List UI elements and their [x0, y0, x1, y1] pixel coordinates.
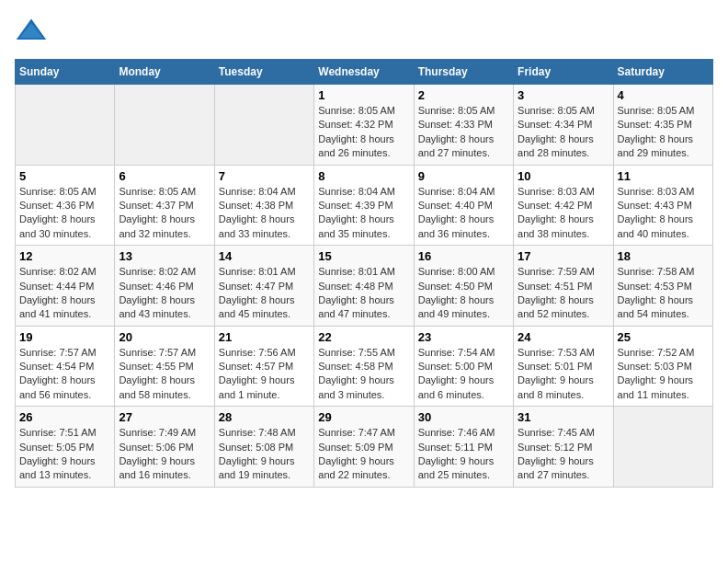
day-info: Sunrise: 8:03 AM Sunset: 4:42 PM Dayligh…	[518, 185, 609, 242]
weekday-row: SundayMondayTuesdayWednesdayThursdayFrid…	[16, 60, 713, 85]
day-number: 16	[418, 249, 509, 263]
calendar-cell	[16, 85, 115, 166]
day-info: Sunrise: 7:51 AM Sunset: 5:05 PM Dayligh…	[19, 426, 110, 483]
weekday-header-thursday: Thursday	[414, 60, 513, 85]
day-number: 6	[119, 169, 210, 183]
day-number: 29	[318, 410, 409, 424]
day-info: Sunrise: 7:52 AM Sunset: 5:03 PM Dayligh…	[618, 346, 709, 403]
calendar-cell: 9Sunrise: 8:04 AM Sunset: 4:40 PM Daylig…	[414, 165, 513, 246]
calendar-cell: 8Sunrise: 8:04 AM Sunset: 4:39 PM Daylig…	[314, 165, 414, 246]
calendar-cell: 4Sunrise: 8:05 AM Sunset: 4:35 PM Daylig…	[613, 85, 712, 166]
day-number: 30	[418, 410, 509, 424]
day-number: 20	[119, 330, 210, 344]
day-info: Sunrise: 7:46 AM Sunset: 5:11 PM Dayligh…	[418, 426, 509, 483]
day-info: Sunrise: 7:53 AM Sunset: 5:01 PM Dayligh…	[518, 346, 609, 403]
day-number: 22	[318, 330, 409, 344]
calendar-cell: 31Sunrise: 7:45 AM Sunset: 5:12 PM Dayli…	[514, 407, 613, 488]
day-info: Sunrise: 8:01 AM Sunset: 4:47 PM Dayligh…	[219, 265, 310, 322]
day-number: 15	[318, 249, 409, 263]
day-info: Sunrise: 7:59 AM Sunset: 4:51 PM Dayligh…	[518, 265, 609, 322]
calendar-cell: 3Sunrise: 8:05 AM Sunset: 4:34 PM Daylig…	[514, 85, 613, 166]
calendar-cell: 12Sunrise: 8:02 AM Sunset: 4:44 PM Dayli…	[16, 246, 115, 327]
day-info: Sunrise: 7:45 AM Sunset: 5:12 PM Dayligh…	[518, 426, 609, 483]
day-info: Sunrise: 8:05 AM Sunset: 4:35 PM Dayligh…	[618, 104, 709, 161]
day-info: Sunrise: 7:58 AM Sunset: 4:53 PM Dayligh…	[618, 265, 709, 322]
calendar-cell: 24Sunrise: 7:53 AM Sunset: 5:01 PM Dayli…	[514, 326, 613, 407]
calendar-cell: 26Sunrise: 7:51 AM Sunset: 5:05 PM Dayli…	[16, 407, 115, 488]
day-number: 14	[219, 249, 310, 263]
calendar-week-2: 5Sunrise: 8:05 AM Sunset: 4:36 PM Daylig…	[16, 165, 713, 246]
day-info: Sunrise: 8:02 AM Sunset: 4:44 PM Dayligh…	[19, 265, 110, 322]
day-number: 8	[318, 169, 409, 183]
calendar-cell: 5Sunrise: 8:05 AM Sunset: 4:36 PM Daylig…	[16, 165, 115, 246]
page-header	[15, 15, 713, 48]
day-info: Sunrise: 7:54 AM Sunset: 5:00 PM Dayligh…	[418, 346, 509, 403]
calendar-cell: 20Sunrise: 7:57 AM Sunset: 4:55 PM Dayli…	[115, 326, 214, 407]
weekday-header-wednesday: Wednesday	[314, 60, 414, 85]
day-info: Sunrise: 7:55 AM Sunset: 4:58 PM Dayligh…	[318, 346, 409, 403]
calendar-header: SundayMondayTuesdayWednesdayThursdayFrid…	[16, 60, 713, 85]
day-info: Sunrise: 8:00 AM Sunset: 4:50 PM Dayligh…	[418, 265, 509, 322]
day-info: Sunrise: 7:57 AM Sunset: 4:55 PM Dayligh…	[119, 346, 210, 403]
day-info: Sunrise: 8:05 AM Sunset: 4:37 PM Dayligh…	[119, 185, 210, 242]
day-info: Sunrise: 7:49 AM Sunset: 5:06 PM Dayligh…	[119, 426, 210, 483]
calendar-cell: 21Sunrise: 7:56 AM Sunset: 4:57 PM Dayli…	[214, 326, 313, 407]
day-info: Sunrise: 8:05 AM Sunset: 4:34 PM Dayligh…	[518, 104, 609, 161]
day-number: 23	[418, 330, 509, 344]
calendar-body: 1Sunrise: 8:05 AM Sunset: 4:32 PM Daylig…	[16, 85, 713, 488]
day-info: Sunrise: 7:48 AM Sunset: 5:08 PM Dayligh…	[219, 426, 310, 483]
weekday-header-saturday: Saturday	[613, 60, 712, 85]
day-number: 5	[19, 169, 110, 183]
calendar-cell: 30Sunrise: 7:46 AM Sunset: 5:11 PM Dayli…	[414, 407, 513, 488]
calendar-cell: 15Sunrise: 8:01 AM Sunset: 4:48 PM Dayli…	[314, 246, 414, 327]
calendar-cell: 25Sunrise: 7:52 AM Sunset: 5:03 PM Dayli…	[613, 326, 712, 407]
day-info: Sunrise: 7:47 AM Sunset: 5:09 PM Dayligh…	[318, 426, 409, 483]
weekday-header-friday: Friday	[514, 60, 613, 85]
calendar-cell: 17Sunrise: 7:59 AM Sunset: 4:51 PM Dayli…	[514, 246, 613, 327]
day-number: 2	[418, 88, 509, 102]
day-info: Sunrise: 8:04 AM Sunset: 4:38 PM Dayligh…	[219, 185, 310, 242]
day-info: Sunrise: 8:05 AM Sunset: 4:32 PM Dayligh…	[318, 104, 409, 161]
day-number: 17	[518, 249, 609, 263]
calendar-cell: 6Sunrise: 8:05 AM Sunset: 4:37 PM Daylig…	[115, 165, 214, 246]
day-info: Sunrise: 8:03 AM Sunset: 4:43 PM Dayligh…	[618, 185, 709, 242]
calendar-week-1: 1Sunrise: 8:05 AM Sunset: 4:32 PM Daylig…	[16, 85, 713, 166]
calendar-week-5: 26Sunrise: 7:51 AM Sunset: 5:05 PM Dayli…	[16, 407, 713, 488]
calendar-cell: 23Sunrise: 7:54 AM Sunset: 5:00 PM Dayli…	[414, 326, 513, 407]
day-number: 18	[618, 249, 709, 263]
day-info: Sunrise: 8:01 AM Sunset: 4:48 PM Dayligh…	[318, 265, 409, 322]
day-number: 24	[518, 330, 609, 344]
calendar-table: SundayMondayTuesdayWednesdayThursdayFrid…	[15, 59, 713, 488]
calendar-cell: 19Sunrise: 7:57 AM Sunset: 4:54 PM Dayli…	[16, 326, 115, 407]
calendar-cell: 2Sunrise: 8:05 AM Sunset: 4:33 PM Daylig…	[414, 85, 513, 166]
calendar-cell: 27Sunrise: 7:49 AM Sunset: 5:06 PM Dayli…	[115, 407, 214, 488]
calendar-week-4: 19Sunrise: 7:57 AM Sunset: 4:54 PM Dayli…	[16, 326, 713, 407]
calendar-cell	[214, 85, 313, 166]
day-number: 26	[19, 410, 110, 424]
calendar-cell: 22Sunrise: 7:55 AM Sunset: 4:58 PM Dayli…	[314, 326, 414, 407]
calendar-week-3: 12Sunrise: 8:02 AM Sunset: 4:44 PM Dayli…	[16, 246, 713, 327]
day-number: 11	[618, 169, 709, 183]
day-number: 27	[119, 410, 210, 424]
day-info: Sunrise: 8:02 AM Sunset: 4:46 PM Dayligh…	[119, 265, 210, 322]
day-number: 3	[518, 88, 609, 102]
calendar-cell	[613, 407, 712, 488]
day-number: 19	[19, 330, 110, 344]
day-info: Sunrise: 8:04 AM Sunset: 4:39 PM Dayligh…	[318, 185, 409, 242]
weekday-header-tuesday: Tuesday	[214, 60, 313, 85]
day-number: 31	[518, 410, 609, 424]
day-number: 21	[219, 330, 310, 344]
calendar-cell	[115, 85, 214, 166]
day-info: Sunrise: 8:04 AM Sunset: 4:40 PM Dayligh…	[418, 185, 509, 242]
weekday-header-monday: Monday	[115, 60, 214, 85]
calendar-cell: 10Sunrise: 8:03 AM Sunset: 4:42 PM Dayli…	[514, 165, 613, 246]
calendar-cell: 13Sunrise: 8:02 AM Sunset: 4:46 PM Dayli…	[115, 246, 214, 327]
day-number: 9	[418, 169, 509, 183]
calendar-cell: 16Sunrise: 8:00 AM Sunset: 4:50 PM Dayli…	[414, 246, 513, 327]
day-number: 1	[318, 88, 409, 102]
calendar-cell: 18Sunrise: 7:58 AM Sunset: 4:53 PM Dayli…	[613, 246, 712, 327]
weekday-header-sunday: Sunday	[16, 60, 115, 85]
logo-icon	[15, 15, 48, 48]
day-info: Sunrise: 8:05 AM Sunset: 4:36 PM Dayligh…	[19, 185, 110, 242]
calendar-cell: 28Sunrise: 7:48 AM Sunset: 5:08 PM Dayli…	[214, 407, 313, 488]
